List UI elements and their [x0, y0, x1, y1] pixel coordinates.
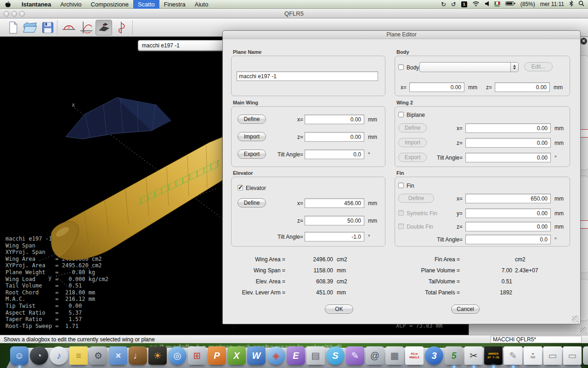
running-indicator	[473, 366, 475, 368]
dock-grab[interactable]: ✂	[464, 346, 483, 365]
input-menu-icon[interactable]: 1	[461, 1, 467, 7]
fin-y-input[interactable]: 0.00	[465, 208, 551, 218]
dock-pen-tool[interactable]: ✎	[346, 346, 364, 365]
save-project-button[interactable]	[40, 20, 56, 35]
main-wing-define-button[interactable]: Define	[237, 115, 266, 124]
dock-powerpoint[interactable]: P	[208, 346, 226, 365]
polar-view-button[interactable]	[113, 20, 130, 35]
running-indicator	[492, 366, 495, 368]
apple-menu[interactable]	[0, 1, 17, 8]
elevator-z-input[interactable]: 50.00	[305, 216, 364, 225]
stepper-icon[interactable]	[510, 63, 518, 72]
elevator-x-input[interactable]: 456.00	[305, 198, 364, 208]
panel-close-icon[interactable]: ✕	[580, 38, 587, 45]
ok-button[interactable]: OK	[325, 305, 353, 314]
dock-safari[interactable]: ◈	[267, 346, 285, 365]
dock-excel[interactable]: X	[227, 346, 246, 365]
dock-txt-document[interactable]: ▤TXT	[524, 346, 542, 365]
body-z-input[interactable]: 0.00	[495, 82, 550, 92]
dock-utilities-folder[interactable]: ×	[109, 346, 127, 365]
plane-3d-view-button[interactable]	[96, 20, 112, 35]
body-x-input[interactable]: 0.00	[409, 82, 464, 92]
menu-finestra[interactable]: Finestra	[159, 0, 190, 9]
dock-preview[interactable]: ▤	[306, 346, 325, 365]
fin-define-button[interactable]: Define	[398, 194, 434, 203]
body-x-label: x=	[388, 84, 407, 91]
open-folder-icon	[23, 21, 38, 34]
fin-z-input[interactable]: 0.00	[465, 222, 551, 231]
elevator-define-button[interactable]: Define	[237, 198, 266, 207]
dock-garageband[interactable]: ♩	[129, 346, 147, 365]
wing2-z-input[interactable]: 0.00	[465, 138, 551, 148]
cancel-button[interactable]: Cancel	[451, 305, 480, 314]
dock-dashboard[interactable]: ◔	[30, 346, 48, 365]
dock-browser-3[interactable]: 3	[425, 346, 443, 365]
spotlight-icon[interactable]	[578, 0, 584, 8]
main-wing-x-input[interactable]: 0.00	[305, 115, 364, 124]
time-machine-icon[interactable]: ↺	[451, 1, 456, 8]
elevator-checkbox[interactable]	[237, 185, 243, 190]
body-checkbox[interactable]	[398, 64, 404, 70]
double-fin-checkbox[interactable]	[398, 224, 404, 229]
airfoil-view-button[interactable]	[78, 20, 95, 35]
menu-app[interactable]: Istantanea	[17, 0, 56, 9]
volume-icon[interactable]	[485, 1, 489, 8]
battery-icon[interactable]	[505, 1, 515, 7]
dock-finder[interactable]: ☺	[10, 346, 28, 365]
biplane-checkbox[interactable]	[398, 112, 404, 117]
dock-address-book[interactable]: @	[366, 346, 384, 365]
project-name-field[interactable]: MACCHI QFLR5*	[491, 336, 582, 343]
dock-iphoto[interactable]: ☀	[148, 346, 167, 365]
dialog-resize-grip[interactable]	[572, 316, 579, 322]
airfoil-curve-icon	[79, 21, 93, 34]
dock-itunes[interactable]: ♪	[50, 346, 68, 365]
dock-word[interactable]: W	[247, 346, 266, 365]
dock-stickies[interactable]: ≡	[69, 346, 88, 365]
fin-tilt-input[interactable]: 0.0	[465, 235, 551, 244]
body-edit-button[interactable]: Edit...	[524, 62, 553, 71]
menu-archivio[interactable]: Archivio	[56, 0, 86, 9]
menu-aiuto[interactable]: Aiuto	[190, 0, 213, 9]
window-title-bar[interactable]: QFLR5	[0, 9, 588, 18]
fin-x-input[interactable]: 650.00	[465, 194, 551, 203]
main-wing-tilt-input[interactable]: 0.0	[305, 150, 364, 159]
wing-design-view-button[interactable]	[61, 20, 77, 35]
plane-name-input[interactable]: macchi e197 -1	[237, 71, 378, 81]
dock-doc-window-1[interactable]: ▭	[543, 346, 562, 365]
dock-installer[interactable]: ▦	[385, 346, 404, 365]
dock-dvd-player[interactable]: ◎	[168, 346, 187, 365]
menu-scatto[interactable]: Scatto	[133, 0, 159, 9]
dock-skype[interactable]: S	[326, 346, 345, 365]
wing2-tilt-input[interactable]: 0.00	[465, 153, 551, 162]
open-project-button[interactable]	[22, 20, 39, 35]
fin-checkbox[interactable]	[398, 183, 404, 188]
elevator-tilt-input[interactable]: -1.0	[305, 232, 364, 242]
dock-nice-mobile[interactable]: NiceMOBILE	[405, 346, 424, 365]
wifi-icon[interactable]	[472, 1, 480, 8]
dock-warning-widget[interactable]: WARNINAY 7:36	[484, 346, 503, 365]
menu-clock[interactable]: mer 11:11	[540, 1, 564, 7]
dock-doc-window-2[interactable]: ▭	[563, 346, 582, 365]
wing2-import-button[interactable]: Import	[398, 138, 427, 147]
body-group-label: Body	[396, 49, 409, 55]
panel-resize-grip[interactable]	[580, 327, 587, 334]
dialog-title[interactable]: Plane Editor	[223, 31, 580, 39]
sync-icon[interactable]: ↻	[441, 1, 446, 8]
dock-system-preferences[interactable]: ⚙	[89, 346, 107, 365]
bluetooth-icon[interactable]	[569, 0, 573, 8]
dock-entourage[interactable]: E	[287, 346, 305, 365]
menu-composizione[interactable]: Composizione	[86, 0, 133, 9]
wing-area-label: Wing Area =	[223, 256, 285, 263]
body-select-combo[interactable]	[419, 62, 519, 72]
main-wing-z-input[interactable]: 0.00	[305, 132, 364, 142]
new-project-button[interactable]	[5, 20, 21, 35]
dock-parallels[interactable]: ⊞	[188, 346, 206, 365]
dock-textedit[interactable]: ✎	[504, 346, 522, 365]
dock-qflr5[interactable]: 5	[445, 346, 463, 365]
italian-flag-icon[interactable]: PRO	[494, 1, 500, 7]
dock-trash[interactable]: ♺	[583, 346, 588, 365]
wing2-x-input[interactable]: 0.00	[465, 123, 551, 133]
symetric-fin-checkbox[interactable]	[398, 210, 404, 216]
main-wing-import-button[interactable]: Import	[237, 132, 266, 141]
wing2-define-button[interactable]: Define	[398, 123, 427, 132]
